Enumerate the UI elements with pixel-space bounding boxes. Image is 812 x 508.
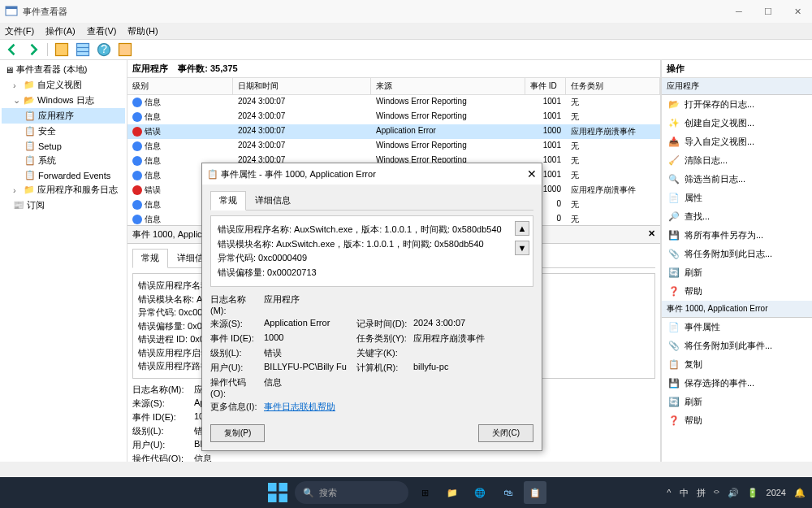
battery-icon[interactable]: 🔋 [747, 488, 758, 498]
dialog-titlebar[interactable]: 📋 事件属性 - 事件 1000, Application Error ✕ [202, 163, 542, 185]
tb-properties-icon[interactable] [53, 41, 71, 58]
folder-icon: 📂 [24, 95, 35, 106]
notifications-icon[interactable]: 🔔 [794, 488, 806, 498]
action-item[interactable]: 🔍筛选当前日志... [662, 170, 812, 189]
menu-file[interactable]: 文件(F) [5, 25, 34, 37]
dialog-close-button[interactable]: ✕ [527, 167, 537, 180]
event-row[interactable]: 信息 2024 3:00:07 Windows Error Reporting … [127, 139, 660, 154]
action-item[interactable]: 📎将任务附加到此日志... [662, 245, 812, 263]
event-row[interactable]: 信息 2024 3:00:07 Windows Error Reporting … [127, 110, 660, 124]
tb-list-icon[interactable] [74, 41, 92, 58]
action-item[interactable]: 🧹清除日志... [662, 151, 812, 170]
dialog-tab-general[interactable]: 常规 [210, 191, 246, 211]
col-eventid[interactable]: 事件 ID [525, 78, 566, 94]
navigation-tree[interactable]: 🖥事件查看器 (本地) ›📁自定义视图 ⌄📂Windows 日志 📋应用程序 📋… [0, 60, 127, 462]
taskbar-explorer[interactable]: 📁 [441, 481, 464, 504]
col-source[interactable]: 来源 [371, 78, 525, 94]
taskbar-taskview[interactable]: ⊞ [413, 481, 436, 504]
tree-security[interactable]: 📋安全 [2, 124, 125, 139]
action-icon: ❓ [668, 286, 680, 297]
taskbar[interactable]: 🔍搜索 ⊞ 📁 🌐 🛍 📋 ^ 中 拼 ⌔ 🔊 🔋 2024 🔔 [0, 477, 812, 508]
tree-application[interactable]: 📋应用程序 [2, 108, 125, 124]
action-item[interactable]: 🔎查找... [662, 207, 812, 226]
taskbar-store[interactable]: 🛍 [496, 481, 519, 504]
taskbar-app[interactable]: 📋 [524, 481, 546, 504]
tree-forwarded[interactable]: 📋Forwarded Events [2, 168, 125, 182]
action-icon: 📄 [668, 193, 680, 204]
col-taskcategory[interactable]: 任务类别 [566, 78, 660, 94]
event-row[interactable]: 错误 2024 3:00:07 Application Error 1000 应… [127, 124, 660, 139]
svg-rect-12 [279, 494, 288, 503]
action-item[interactable]: 📄属性 [662, 189, 812, 207]
column-headers[interactable]: 级别 日期和时间 来源 事件 ID 任务类别 [127, 78, 660, 95]
action-item[interactable]: 🔄刷新 [662, 393, 812, 411]
action-icon: 💾 [668, 230, 680, 241]
system-tray[interactable]: ^ 中 拼 ⌔ 🔊 🔋 2024 🔔 [667, 487, 806, 499]
svg-rect-3 [77, 44, 89, 56]
tree-app-services-logs[interactable]: ›📁应用程序和服务日志 [2, 182, 125, 198]
tree-system[interactable]: 📋系统 [2, 153, 125, 168]
tree-subscriptions[interactable]: 📰订阅 [2, 198, 125, 213]
window-titlebar: 事件查看器 ─ ☐ ✕ [0, 0, 812, 23]
tree-setup[interactable]: 📋Setup [2, 139, 125, 153]
svg-rect-2 [56, 44, 68, 56]
action-item[interactable]: ❓帮助 [662, 411, 812, 430]
tree-windows-logs[interactable]: ⌄📂Windows 日志 [2, 93, 125, 108]
dialog-more-info-link[interactable]: 事件日志联机帮助 [264, 401, 353, 413]
app-icon [5, 5, 18, 18]
tb-help-icon[interactable]: ? [95, 41, 113, 58]
action-item[interactable]: ✨创建自定义视图... [662, 114, 812, 132]
action-item[interactable]: ❓帮助 [662, 282, 812, 301]
menubar: 文件(F) 操作(A) 查看(V) 帮助(H) [0, 23, 812, 39]
action-icon: ✨ [668, 118, 680, 129]
ime-indicator[interactable]: 中 [680, 487, 689, 499]
scroll-up-button[interactable]: ▲ [515, 221, 529, 236]
col-datetime[interactable]: 日期和时间 [233, 78, 371, 94]
action-item[interactable]: 💾将所有事件另存为... [662, 226, 812, 245]
back-button[interactable] [3, 41, 21, 58]
tree-custom-views[interactable]: ›📁自定义视图 [2, 77, 125, 93]
action-icon: 🔄 [668, 397, 680, 408]
action-icon: 📂 [668, 99, 680, 111]
event-row[interactable]: 信息 2024 3:00:07 Windows Error Reporting … [127, 95, 660, 110]
dialog-close-ok-button[interactable]: 关闭(C) [478, 424, 533, 442]
action-item[interactable]: 🔄刷新 [662, 263, 812, 282]
col-level[interactable]: 级别 [127, 78, 233, 94]
svg-text:?: ? [101, 43, 107, 55]
actions-group-app: 应用程序 [662, 78, 812, 95]
action-item[interactable]: 📄事件属性 [662, 318, 812, 336]
tb-filter-icon[interactable] [116, 41, 134, 58]
action-icon: 🧹 [668, 155, 680, 167]
clock[interactable]: 2024 [767, 488, 786, 497]
action-item[interactable]: 📥导入自定义视图... [662, 132, 812, 151]
volume-icon[interactable]: 🔊 [728, 488, 739, 498]
tray-chevron-icon[interactable]: ^ [667, 488, 671, 497]
detail-close-button[interactable]: ✕ [648, 228, 655, 241]
tree-root[interactable]: 🖥事件查看器 (本地) [2, 62, 125, 77]
minimize-button[interactable]: ─ [724, 0, 754, 23]
taskbar-search[interactable]: 🔍搜索 [295, 481, 408, 504]
forward-button[interactable] [24, 41, 42, 58]
menu-help[interactable]: 帮助(H) [127, 25, 158, 37]
action-item[interactable]: 💾保存选择的事件... [662, 374, 812, 393]
copy-button[interactable]: 复制(P) [210, 424, 265, 442]
log-icon: 📋 [24, 155, 36, 166]
actions-group-event: 事件 1000, Application Error [662, 301, 812, 318]
dialog-tab-details[interactable]: 详细信息 [246, 191, 300, 210]
close-button[interactable]: ✕ [783, 0, 812, 23]
menu-action[interactable]: 操作(A) [45, 25, 76, 37]
action-item[interactable]: 📋复制 [662, 355, 812, 374]
action-item[interactable]: 📂打开保存的日志... [662, 95, 812, 114]
action-icon: 🔍 [668, 174, 680, 185]
ime-mode[interactable]: 拼 [697, 487, 706, 499]
maximize-button[interactable]: ☐ [754, 0, 783, 23]
action-icon: 📎 [668, 341, 680, 352]
menu-view[interactable]: 查看(V) [87, 25, 117, 37]
taskbar-edge[interactable]: 🌐 [469, 481, 491, 504]
start-button[interactable] [266, 480, 290, 505]
scroll-down-button[interactable]: ▼ [515, 241, 529, 255]
action-item[interactable]: 📎将任务附加到此事件... [662, 336, 812, 355]
actions-title: 操作 [662, 60, 812, 78]
tab-general[interactable]: 常规 [132, 249, 168, 268]
wifi-icon[interactable]: ⌔ [714, 488, 719, 497]
